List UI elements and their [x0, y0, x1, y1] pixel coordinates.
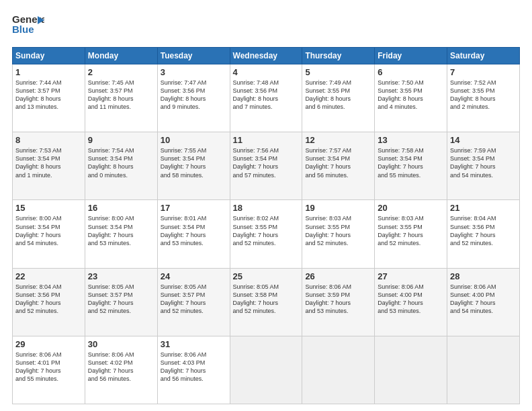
day-number: 28: [450, 271, 517, 281]
calendar-week-row: 8Sunrise: 7:53 AM Sunset: 3:54 PM Daylig…: [13, 132, 520, 200]
day-info: Sunrise: 8:05 AM Sunset: 3:57 PM Dayligh…: [161, 283, 227, 316]
day-info: Sunrise: 7:59 AM Sunset: 3:54 PM Dayligh…: [450, 146, 517, 179]
day-info: Sunrise: 7:54 AM Sunset: 3:54 PM Dayligh…: [88, 146, 154, 179]
day-number: 14: [450, 135, 517, 145]
day-info: Sunrise: 7:48 AM Sunset: 3:56 PM Dayligh…: [233, 79, 300, 111]
day-number: 9: [88, 135, 154, 145]
day-info: Sunrise: 8:06 AM Sunset: 4:02 PM Dayligh…: [88, 351, 154, 383]
day-number: 22: [15, 271, 82, 281]
calendar-cell: 26Sunrise: 8:06 AM Sunset: 3:59 PM Dayli…: [302, 268, 375, 336]
logo-icon: General Blue: [12, 11, 44, 39]
calendar-cell: 27Sunrise: 8:06 AM Sunset: 4:00 PM Dayli…: [375, 268, 447, 336]
calendar-cell: 7Sunrise: 7:52 AM Sunset: 3:55 PM Daylig…: [447, 64, 520, 132]
calendar-header-wednesday: Wednesday: [230, 48, 302, 64]
calendar-body: 1Sunrise: 7:44 AM Sunset: 3:57 PM Daylig…: [13, 64, 520, 404]
day-info: Sunrise: 8:00 AM Sunset: 3:54 PM Dayligh…: [15, 214, 82, 247]
calendar-cell: [230, 336, 302, 404]
day-number: 23: [88, 271, 154, 281]
day-info: Sunrise: 8:06 AM Sunset: 3:59 PM Dayligh…: [305, 283, 371, 316]
calendar-cell: 14Sunrise: 7:59 AM Sunset: 3:54 PM Dayli…: [447, 132, 520, 200]
calendar-cell: 1Sunrise: 7:44 AM Sunset: 3:57 PM Daylig…: [13, 64, 85, 132]
day-number: 8: [15, 135, 82, 145]
calendar-cell: 2Sunrise: 7:45 AM Sunset: 3:57 PM Daylig…: [85, 64, 157, 132]
calendar-cell: 24Sunrise: 8:05 AM Sunset: 3:57 PM Dayli…: [157, 268, 230, 336]
day-info: Sunrise: 8:03 AM Sunset: 3:55 PM Dayligh…: [305, 214, 371, 247]
calendar-cell: 5Sunrise: 7:49 AM Sunset: 3:55 PM Daylig…: [302, 64, 375, 132]
day-number: 30: [88, 339, 154, 349]
day-number: 11: [233, 135, 300, 145]
calendar-cell: 17Sunrise: 8:01 AM Sunset: 3:54 PM Dayli…: [157, 200, 230, 268]
day-info: Sunrise: 7:58 AM Sunset: 3:54 PM Dayligh…: [378, 146, 444, 179]
day-info: Sunrise: 7:53 AM Sunset: 3:54 PM Dayligh…: [15, 146, 82, 179]
day-number: 4: [233, 67, 300, 77]
svg-text:Blue: Blue: [12, 24, 34, 35]
day-number: 18: [233, 203, 300, 213]
day-number: 2: [88, 67, 154, 77]
day-info: Sunrise: 8:05 AM Sunset: 3:58 PM Dayligh…: [233, 283, 300, 316]
calendar-cell: 6Sunrise: 7:50 AM Sunset: 3:55 PM Daylig…: [375, 64, 447, 132]
calendar-header-friday: Friday: [375, 48, 447, 64]
calendar-cell: 23Sunrise: 8:05 AM Sunset: 3:57 PM Dayli…: [85, 268, 157, 336]
day-info: Sunrise: 8:05 AM Sunset: 3:57 PM Dayligh…: [88, 283, 154, 316]
day-number: 26: [305, 271, 371, 281]
calendar-week-row: 22Sunrise: 8:04 AM Sunset: 3:56 PM Dayli…: [13, 268, 520, 336]
calendar-cell: 21Sunrise: 8:04 AM Sunset: 3:56 PM Dayli…: [447, 200, 520, 268]
calendar-cell: 19Sunrise: 8:03 AM Sunset: 3:55 PM Dayli…: [302, 200, 375, 268]
calendar-cell: 25Sunrise: 8:05 AM Sunset: 3:58 PM Dayli…: [230, 268, 302, 336]
day-number: 31: [161, 339, 227, 349]
calendar-cell: [447, 336, 520, 404]
day-info: Sunrise: 7:47 AM Sunset: 3:56 PM Dayligh…: [161, 79, 227, 111]
day-number: 6: [378, 67, 444, 77]
day-info: Sunrise: 7:49 AM Sunset: 3:55 PM Dayligh…: [305, 79, 371, 111]
calendar-cell: [302, 336, 375, 404]
calendar-cell: 11Sunrise: 7:56 AM Sunset: 3:54 PM Dayli…: [230, 132, 302, 200]
day-info: Sunrise: 7:55 AM Sunset: 3:54 PM Dayligh…: [161, 146, 227, 179]
calendar-header-tuesday: Tuesday: [157, 48, 230, 64]
calendar-header-row: SundayMondayTuesdayWednesdayThursdayFrid…: [13, 48, 520, 64]
day-number: 12: [305, 135, 371, 145]
day-number: 5: [305, 67, 371, 77]
calendar-cell: 16Sunrise: 8:00 AM Sunset: 3:54 PM Dayli…: [85, 200, 157, 268]
day-number: 13: [378, 135, 444, 145]
calendar-header-sunday: Sunday: [13, 48, 85, 64]
day-number: 7: [450, 67, 517, 77]
day-number: 1: [15, 67, 82, 77]
day-number: 17: [161, 203, 227, 213]
day-info: Sunrise: 8:00 AM Sunset: 3:54 PM Dayligh…: [88, 214, 154, 247]
calendar-cell: 18Sunrise: 8:02 AM Sunset: 3:55 PM Dayli…: [230, 200, 302, 268]
day-info: Sunrise: 8:04 AM Sunset: 3:56 PM Dayligh…: [15, 283, 82, 316]
calendar-header-thursday: Thursday: [302, 48, 375, 64]
calendar-cell: 12Sunrise: 7:57 AM Sunset: 3:54 PM Dayli…: [302, 132, 375, 200]
calendar-cell: 8Sunrise: 7:53 AM Sunset: 3:54 PM Daylig…: [13, 132, 85, 200]
calendar-week-row: 1Sunrise: 7:44 AM Sunset: 3:57 PM Daylig…: [13, 64, 520, 132]
day-info: Sunrise: 7:57 AM Sunset: 3:54 PM Dayligh…: [305, 146, 371, 179]
calendar-cell: 30Sunrise: 8:06 AM Sunset: 4:02 PM Dayli…: [85, 336, 157, 404]
calendar-header-monday: Monday: [85, 48, 157, 64]
day-number: 21: [450, 203, 517, 213]
day-info: Sunrise: 8:06 AM Sunset: 4:03 PM Dayligh…: [161, 351, 227, 383]
day-info: Sunrise: 7:45 AM Sunset: 3:57 PM Dayligh…: [88, 79, 154, 111]
calendar-cell: 28Sunrise: 8:06 AM Sunset: 4:00 PM Dayli…: [447, 268, 520, 336]
day-number: 24: [161, 271, 227, 281]
day-info: Sunrise: 8:03 AM Sunset: 3:55 PM Dayligh…: [378, 214, 444, 247]
day-number: 16: [88, 203, 154, 213]
calendar-cell: 20Sunrise: 8:03 AM Sunset: 3:55 PM Dayli…: [375, 200, 447, 268]
calendar-cell: 15Sunrise: 8:00 AM Sunset: 3:54 PM Dayli…: [13, 200, 85, 268]
day-info: Sunrise: 8:06 AM Sunset: 4:00 PM Dayligh…: [378, 283, 444, 316]
day-info: Sunrise: 8:01 AM Sunset: 3:54 PM Dayligh…: [161, 214, 227, 247]
day-number: 25: [233, 271, 300, 281]
calendar-week-row: 15Sunrise: 8:00 AM Sunset: 3:54 PM Dayli…: [13, 200, 520, 268]
day-info: Sunrise: 8:06 AM Sunset: 4:01 PM Dayligh…: [15, 351, 82, 383]
day-info: Sunrise: 8:02 AM Sunset: 3:55 PM Dayligh…: [233, 214, 300, 247]
day-number: 10: [161, 135, 227, 145]
calendar-cell: [375, 336, 447, 404]
day-number: 20: [378, 203, 444, 213]
day-number: 15: [15, 203, 82, 213]
day-info: Sunrise: 7:50 AM Sunset: 3:55 PM Dayligh…: [378, 79, 444, 111]
calendar-cell: 10Sunrise: 7:55 AM Sunset: 3:54 PM Dayli…: [157, 132, 230, 200]
day-info: Sunrise: 7:56 AM Sunset: 3:54 PM Dayligh…: [233, 146, 300, 179]
calendar-cell: 13Sunrise: 7:58 AM Sunset: 3:54 PM Dayli…: [375, 132, 447, 200]
calendar-cell: 22Sunrise: 8:04 AM Sunset: 3:56 PM Dayli…: [13, 268, 85, 336]
day-info: Sunrise: 8:04 AM Sunset: 3:56 PM Dayligh…: [450, 214, 517, 247]
calendar-week-row: 29Sunrise: 8:06 AM Sunset: 4:01 PM Dayli…: [13, 336, 520, 404]
